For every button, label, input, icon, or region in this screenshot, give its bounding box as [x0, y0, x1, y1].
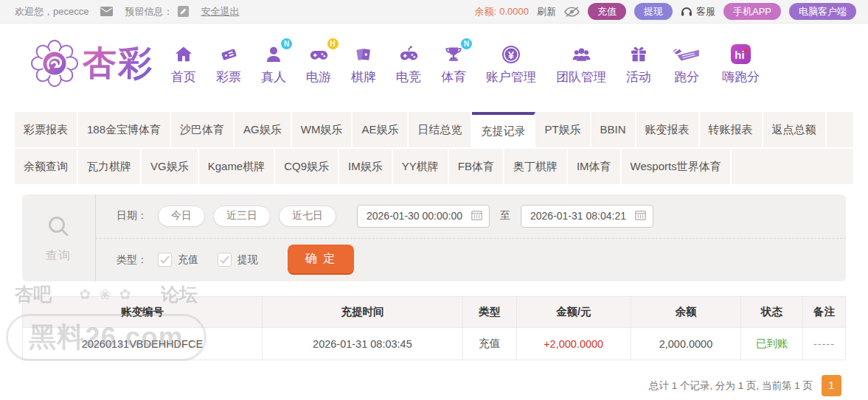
withdraw-button[interactable]: 提现 — [634, 3, 673, 20]
table-cell: 20260131VBDEHHDFCE — [23, 328, 263, 360]
tab-row-2: 余额查询瓦力棋牌VG娱乐Kgame棋牌CQ9娱乐IM娱乐YY棋牌FB体育奥丁棋牌… — [15, 149, 853, 184]
tab-CQ9娱乐[interactable]: CQ9娱乐 — [275, 149, 339, 184]
type-filter-row: 类型： 充值提现 确 定 — [96, 238, 846, 282]
tab-BBIN[interactable]: BBIN — [591, 112, 636, 147]
edit-icon[interactable] — [178, 6, 189, 17]
nav-label: 棋牌 — [351, 69, 376, 85]
nav-item-9[interactable]: 团队管理 — [556, 42, 606, 85]
tab-转账报表[interactable]: 转账报表 — [700, 112, 763, 147]
tab-AE娱乐[interactable]: AE娱乐 — [353, 112, 409, 147]
tab-AG娱乐[interactable]: AG娱乐 — [235, 112, 292, 147]
tab-WM娱乐[interactable]: WM娱乐 — [292, 112, 353, 147]
logout-link[interactable]: 安全退出 — [201, 5, 239, 18]
tab-188金宝博体育[interactable]: 188金宝博体育 — [78, 112, 171, 147]
table-cell: 2026-01-31 08:03:45 — [262, 328, 462, 360]
table-cell: 充值 — [463, 328, 517, 360]
brand-name: 杏彩 — [83, 41, 153, 86]
tab-彩票报表[interactable]: 彩票报表 — [15, 112, 78, 147]
logo-flower-icon — [31, 40, 78, 87]
date-from-input[interactable]: 2026-01-30 00:00:00 — [357, 205, 490, 228]
checkbox-box — [218, 253, 232, 267]
tab-IM体育[interactable]: IM体育 — [568, 149, 622, 184]
pc-client-button[interactable]: 电脑客户端 — [789, 3, 856, 20]
tab-PT娱乐[interactable]: PT娱乐 — [535, 112, 591, 147]
type-options: 充值提现 — [158, 253, 258, 267]
date-to-input[interactable]: 2026-01-31 08:04:21 — [521, 205, 653, 228]
main-nav: 首页彩票N真人H电游棋牌电竞N体育¥账户管理团队管理活动跑分hi嗨跑分 — [171, 42, 760, 85]
nav-item-1[interactable]: 首页 — [171, 42, 196, 85]
quick-range-近三日[interactable]: 近三日 — [213, 206, 271, 227]
tab-返点总额[interactable]: 返点总额 — [763, 112, 827, 147]
nav-label: 团队管理 — [556, 69, 606, 85]
table-cell: 2,000.0000 — [631, 328, 741, 360]
query-button[interactable]: 查询 — [22, 194, 96, 281]
tab-瓦力棋牌[interactable]: 瓦力棋牌 — [78, 149, 142, 184]
tab-充提记录[interactable]: 充提记录 — [472, 112, 535, 147]
nav-label: 首页 — [171, 69, 196, 85]
checkbox-提现[interactable]: 提现 — [218, 253, 258, 267]
badge-h: H — [327, 38, 338, 49]
nav-label: 电游 — [306, 69, 331, 85]
nav-item-12[interactable]: hi嗨跑分 — [722, 42, 760, 85]
yen-coin-icon: ¥ — [500, 42, 522, 67]
magnifier-icon — [44, 213, 74, 245]
column-header: 备注 — [802, 297, 845, 328]
nav-item-2[interactable]: 彩票 — [216, 42, 241, 85]
table-row: 20260131VBDEHHDFCE2026-01-31 08:03:45充值+… — [23, 328, 846, 360]
column-header: 充提时间 — [262, 297, 462, 328]
nav-item-7[interactable]: N体育 — [441, 42, 466, 85]
customer-service[interactable]: 客服 — [681, 5, 715, 18]
quick-range-今日[interactable]: 今日 — [158, 206, 205, 227]
envelope-icon[interactable] — [100, 7, 113, 16]
headset-icon — [681, 6, 692, 17]
type-label: 类型： — [117, 253, 147, 267]
nav-item-10[interactable]: 活动 — [626, 42, 651, 85]
nav-item-8[interactable]: ¥账户管理 — [486, 42, 536, 85]
eye-off-icon[interactable] — [564, 7, 580, 17]
mobile-app-button[interactable]: 手机APP — [723, 3, 781, 20]
nav-label: 彩票 — [216, 69, 241, 85]
ticket-icon — [218, 42, 240, 67]
table-cell: +2,000.0000 — [516, 328, 631, 360]
team-icon — [570, 42, 593, 67]
tab-VG娱乐[interactable]: VG娱乐 — [142, 149, 199, 184]
checkbox-box — [158, 253, 172, 267]
nav-label: 跑分 — [674, 69, 699, 85]
tab-Kgame棋牌[interactable]: Kgame棋牌 — [199, 149, 276, 184]
tab-Wesports世界体育[interactable]: Wesports世界体育 — [622, 149, 732, 184]
tab-YY棋牌[interactable]: YY棋牌 — [393, 149, 449, 184]
date-label: 日期： — [117, 209, 147, 222]
svg-text:hi: hi — [735, 49, 744, 61]
tab-row-1: 彩票报表188金宝博体育沙巴体育AG娱乐WM娱乐AE娱乐日结总览充提记录PT娱乐… — [15, 112, 853, 147]
nav-label: 嗨跑分 — [722, 69, 760, 85]
checkbox-充值[interactable]: 充值 — [158, 253, 198, 267]
confirm-button[interactable]: 确 定 — [288, 245, 354, 275]
tab-奥丁棋牌[interactable]: 奥丁棋牌 — [504, 149, 568, 184]
column-header: 账变编号 — [23, 297, 263, 328]
nav-item-5[interactable]: 棋牌 — [351, 42, 376, 85]
nav-item-11[interactable]: 跑分 — [671, 42, 702, 85]
deposit-button[interactable]: 充值 — [588, 3, 626, 20]
tab-日结总览[interactable]: 日结总览 — [409, 112, 472, 147]
tab-账变报表[interactable]: 账变报表 — [636, 112, 700, 147]
nav-item-3[interactable]: N真人 — [261, 42, 286, 85]
nav-item-6[interactable]: 电竞 — [396, 42, 421, 85]
page-1-button[interactable]: 1 — [822, 375, 841, 396]
badge-n: N — [281, 38, 292, 49]
tab-IM娱乐[interactable]: IM娱乐 — [339, 149, 393, 184]
tab-FB体育[interactable]: FB体育 — [449, 149, 504, 184]
nav-label: 真人 — [261, 69, 286, 85]
brand-logo[interactable]: 杏彩 — [31, 40, 153, 87]
tab-沙巴体育[interactable]: 沙巴体育 — [171, 112, 235, 147]
quick-range-近七日[interactable]: 近七日 — [279, 206, 336, 227]
tab-余额查询[interactable]: 余额查询 — [15, 149, 78, 184]
egame-pad-icon: H — [308, 42, 330, 67]
refresh-link[interactable]: 刷新 — [537, 5, 556, 18]
calendar-icon — [635, 210, 646, 222]
table-cell: ----- — [802, 328, 845, 360]
table-body: 20260131VBDEHHDFCE2026-01-31 08:03:45充值+… — [23, 328, 846, 360]
topbar: 欢迎您，pececce 预留信息： 安全退出 余额:0.0000 刷新 充值 提… — [0, 0, 868, 24]
nav-item-4[interactable]: H电游 — [306, 42, 331, 85]
date-filter-row: 日期： 今日近三日近七日 2026-01-30 00:00:00 至 2026-… — [96, 194, 846, 238]
report-tabs: 彩票报表188金宝博体育沙巴体育AG娱乐WM娱乐AE娱乐日结总览充提记录PT娱乐… — [15, 112, 853, 184]
